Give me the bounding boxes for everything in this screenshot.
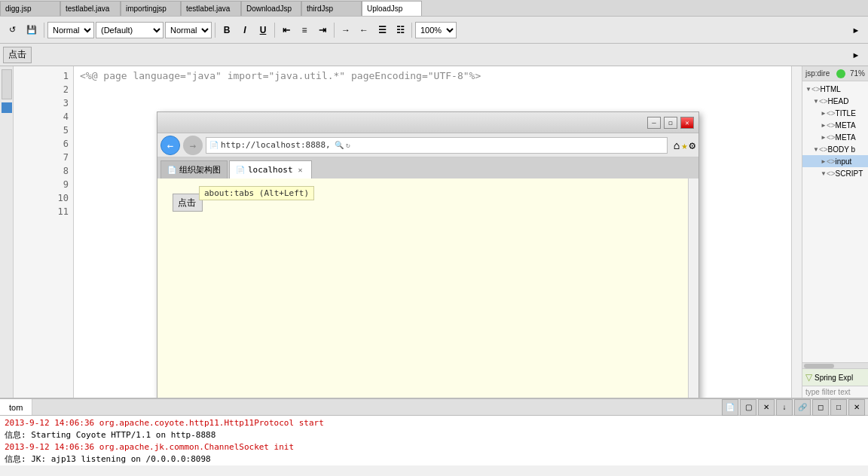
rp-tree-meta1[interactable]: ► <> META (802, 119, 868, 131)
file-tab-3[interactable]: testlabel.java (181, 1, 241, 16)
tabs-spacer (422, 1, 868, 16)
rp-scrollbar-thumb (804, 364, 834, 368)
console-btn-clear[interactable]: ✕ (758, 399, 775, 416)
browser-close-btn[interactable]: ✕ (680, 117, 694, 129)
align-right-button[interactable]: ⇥ (314, 22, 331, 38)
rp-body-label: BODY b (828, 145, 856, 154)
rp-tree-script[interactable]: ▼ <> SCRIPT (802, 167, 868, 179)
console-btn-copy[interactable]: ◻ (812, 399, 829, 416)
editor-vscrollbar[interactable] (791, 66, 802, 398)
file-tab-6[interactable]: UploadJsp (362, 1, 422, 16)
star-icon[interactable]: ★ (681, 139, 687, 151)
console-tabs: tom 📄 ▢ ✕ ↓ 🔗 ◻ □ ✕ (0, 399, 868, 416)
chevron-script: ▼ (821, 170, 827, 177)
left-tab-1[interactable] (2, 69, 12, 99)
rp-tree-meta2[interactable]: ► <> META (802, 131, 868, 143)
browser-tab-1-label: 组织架构图 (179, 164, 221, 175)
filter-placeholder: type filter text (805, 388, 850, 396)
browser-restore-btn[interactable]: ◻ (664, 117, 677, 129)
left-panel-indicator[interactable] (2, 102, 12, 113)
rp-tree-head[interactable]: ▼ <> HEAD (802, 95, 868, 107)
spring-label: Spring Expl (815, 374, 853, 382)
list-ul-button[interactable]: ☰ (374, 22, 390, 38)
console-line-4: 信息: JK: ajp13 listening on /0.0.0.0:8098 (5, 453, 863, 465)
gear-icon[interactable]: ⚙ (689, 139, 695, 151)
line-numbers: 1 2 3 4 5 6 7 8 9 10 11 (14, 66, 74, 398)
browser-titlebar: — ◻ ✕ (157, 112, 698, 133)
console-toolbar: 📄 ▢ ✕ ↓ 🔗 ◻ □ ✕ (719, 399, 868, 416)
file-tab-4[interactable]: DownloadJsp (241, 1, 301, 16)
toolbar-expand-btn[interactable]: ► (847, 21, 865, 39)
file-tab-0[interactable]: digg.jsp (0, 1, 60, 16)
browser-tab-2[interactable]: 📄 localhost ✕ (229, 160, 312, 178)
file-tab-2[interactable]: importingjsp (121, 1, 181, 16)
console-btn-scroll[interactable]: ↓ (776, 399, 793, 416)
rp-hscrollbar[interactable] (802, 362, 868, 368)
rp-tree-html[interactable]: ▼ <> HTML (802, 83, 868, 95)
rp-tree-body[interactable]: ▼ <> BODY b (802, 143, 868, 155)
browser-vscrollbar[interactable] (688, 178, 698, 398)
right-panel: jsp:dire 71% ▼ <> HTML ▼ <> HEAD ► <> TI… (802, 66, 868, 398)
bottom-console: tom 📄 ▢ ✕ ↓ 🔗 ◻ □ ✕ 2013-9-12 14:06:36 o… (0, 398, 868, 465)
chevron-input: ► (821, 158, 827, 165)
browser-tab-1[interactable]: 📄 组织架构图 (160, 160, 228, 178)
console-btn-1[interactable]: 📄 (722, 399, 738, 416)
indent-button[interactable]: → (338, 22, 354, 38)
home-icon[interactable]: ⌂ (674, 139, 680, 151)
browser-forward-btn[interactable]: → (183, 136, 203, 155)
line-num-9: 9 (14, 178, 73, 191)
italic-button[interactable]: I (237, 22, 253, 38)
chevron-title: ► (821, 110, 827, 117)
align-left-button[interactable]: ⇤ (278, 22, 295, 38)
browser-tab-2-close[interactable]: ✕ (296, 166, 305, 175)
align-center-button[interactable]: ≡ (296, 22, 313, 38)
file-tabs-bar: digg.jsp testlabel.java importingjsp tes… (0, 0, 868, 17)
code-editor[interactable]: <%@ page language="java" import="java.ut… (74, 66, 791, 398)
toolbar-sep-3 (274, 23, 275, 38)
console-line-3: 2013-9-12 14:06:36 org.apache.jk.common.… (5, 441, 863, 453)
console-tab-tom[interactable]: tom (0, 399, 32, 415)
toolbar-sep-2 (215, 23, 215, 38)
toolbar-sep-5 (411, 23, 412, 38)
zoom-select[interactable]: 100% (415, 22, 457, 38)
file-tab-1[interactable]: testlabel.java (60, 1, 121, 16)
style-select-2[interactable]: Normal (165, 22, 212, 38)
toolbar2-expand-btn[interactable]: ► (847, 46, 865, 64)
browser-nav-icons: ⌂ ★ ⚙ (674, 139, 695, 151)
rp-meta1-label: META (836, 121, 856, 130)
line-num-3: 3 (14, 96, 73, 110)
console-btn-minimize[interactable]: □ (830, 399, 847, 416)
refresh-icon[interactable]: ↻ (346, 141, 350, 149)
toolbar-btn-save[interactable]: 💾 (23, 21, 41, 39)
console-btn-close[interactable]: ✕ (848, 399, 865, 416)
line-num-11: 11 (14, 205, 73, 218)
list-ol-button[interactable]: ☷ (392, 22, 408, 38)
file-tab-5[interactable]: thirdJsp (301, 1, 362, 16)
browser-back-btn[interactable]: ← (160, 136, 180, 155)
spring-header: ▽ Spring Expl (805, 372, 865, 383)
address-bar-container[interactable]: 📄 http://localhost:8888, 🔍 ↻ (206, 137, 668, 154)
click-button-toolbar[interactable]: 点击 (3, 47, 32, 63)
font-select[interactable]: (Default) (96, 22, 164, 38)
console-line-1: 2013-9-12 14:06:36 org.apache.coyote.htt… (5, 417, 863, 429)
toolbar-sep-4 (334, 23, 335, 38)
line-num-8: 8 (14, 164, 73, 178)
rp-tree-title[interactable]: ► <> TITLE (802, 107, 868, 119)
rp-tree-input[interactable]: ► <> input (802, 155, 868, 167)
toolbar-btn-undo[interactable]: ↺ (3, 21, 21, 39)
underline-button[interactable]: U (255, 22, 271, 38)
style-select-1[interactable]: Normal (47, 22, 94, 38)
browser-minimize-btn[interactable]: — (647, 117, 661, 129)
console-btn-link[interactable]: 🔗 (794, 399, 811, 416)
console-btn-2[interactable]: ▢ (740, 399, 756, 416)
browser-page-btn[interactable]: 点击 (173, 194, 203, 212)
toolbar-sep-1 (44, 23, 44, 38)
outdent-button[interactable]: ← (356, 22, 372, 38)
file-tab-4-label: DownloadJsp (246, 5, 292, 13)
bold-button[interactable]: B (219, 22, 235, 38)
line-num-7: 7 (14, 151, 73, 164)
rp-filter[interactable]: type filter text (802, 386, 868, 398)
left-panel (0, 66, 14, 398)
rp-input-label: input (836, 157, 852, 166)
code-line-2 (80, 83, 785, 96)
